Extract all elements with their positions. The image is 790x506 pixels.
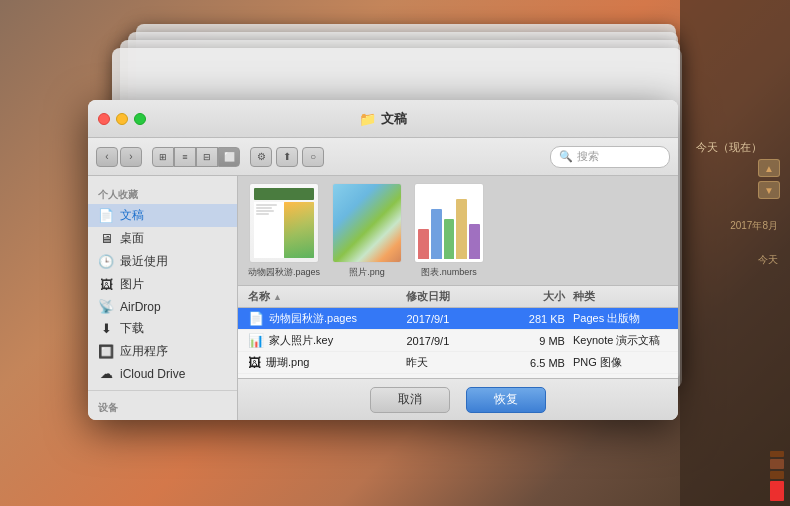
back-button[interactable]: ‹: [96, 147, 118, 167]
preview-thumb-photo: [332, 183, 402, 263]
file-icon: 📊: [248, 333, 264, 348]
file-type: Pages 出版物: [573, 311, 668, 326]
arrange-button[interactable]: ⚙: [250, 147, 272, 167]
pictures-icon: 🖼: [98, 277, 114, 292]
table-row[interactable]: 📄 动物园秋游.pages 2017/9/1 281 KB Pages 出版物: [238, 308, 678, 330]
search-box[interactable]: 🔍 搜索: [550, 146, 670, 168]
view-icon-btn[interactable]: ⊞: [152, 147, 174, 167]
file-name-cell: 📊 家人照片.key: [248, 333, 406, 348]
finder-window: 📁 文稿 ‹ › ⊞ ≡ ⊟ ⬜ ⚙ ⬆ ○ 🔍 搜索 个人收藏: [88, 100, 678, 420]
title-folder-icon: 📁: [359, 111, 376, 127]
sidebar-item-downloads-label: 下载: [120, 320, 144, 337]
preview-item-photo[interactable]: 照片.png: [332, 183, 402, 279]
preview-strip: 动物园秋游.pages 照片.png: [238, 176, 678, 286]
share-button[interactable]: ⬆: [276, 147, 298, 167]
timeline-today-label: 今天（现在）: [696, 140, 762, 155]
file-icon: 📄: [248, 311, 264, 326]
preview-thumb-pages: [249, 183, 319, 263]
sidebar-item-applications[interactable]: 🔲 应用程序: [88, 340, 237, 363]
forward-button[interactable]: ›: [120, 147, 142, 167]
desktop-icon: 🖥: [98, 231, 114, 246]
file-icon: 🖼: [248, 355, 261, 370]
timeline-bars: [770, 386, 790, 506]
sidebar-section-devices: 设备: [88, 397, 237, 417]
sidebar-item-downloads[interactable]: ⬇ 下载: [88, 317, 237, 340]
file-area: 动物园秋游.pages 照片.png: [238, 176, 678, 420]
window-title: 📁 文稿: [359, 110, 407, 128]
tag-button[interactable]: ○: [302, 147, 324, 167]
preview-label-chart: 图表.numbers: [421, 266, 477, 279]
icloud-icon: ☁: [98, 366, 114, 381]
title-bar: 📁 文稿: [88, 100, 678, 138]
search-placeholder: 搜索: [577, 149, 599, 164]
preview-label-pages: 动物园秋游.pages: [248, 266, 320, 279]
preview-item-chart[interactable]: 图表.numbers: [414, 183, 484, 279]
file-list-header: 名称 ▲ 修改日期 大小 种类: [238, 286, 678, 308]
file-type: Keynote 演示文稿: [573, 333, 668, 348]
recent-icon: 🕒: [98, 254, 114, 269]
close-button[interactable]: [98, 113, 110, 125]
sidebar-item-desktop-label: 桌面: [120, 230, 144, 247]
timeline-up-button[interactable]: ▲: [758, 159, 780, 177]
file-name-cell: 🖼 珊瑚.png: [248, 355, 406, 370]
timeline-dates: 2017年8月 今天: [730, 219, 778, 267]
file-size: 9 MB: [502, 335, 573, 347]
confirm-button[interactable]: 恢复: [466, 387, 546, 413]
timeline-nav: ▲ ▼: [758, 159, 780, 199]
timeline-date-2017-8: 2017年8月: [730, 219, 778, 233]
preview-thumb-chart: [414, 183, 484, 263]
sidebar-item-pictures-label: 图片: [120, 276, 144, 293]
sidebar-item-pictures[interactable]: 🖼 图片: [88, 273, 237, 296]
sidebar-item-airdrop-label: AirDrop: [120, 300, 161, 314]
search-icon: 🔍: [559, 150, 573, 163]
view-list-btn[interactable]: ≡: [174, 147, 196, 167]
file-name: 动物园秋游.pages: [269, 311, 357, 326]
sidebar-item-applications-label: 应用程序: [120, 343, 168, 360]
col-header-type[interactable]: 种类: [573, 289, 668, 304]
content-area: 个人收藏 📄 文稿 🖥 桌面 🕒 最近使用 🖼 图片 📡 AirDrop: [88, 176, 678, 420]
preview-label-photo: 照片.png: [349, 266, 385, 279]
view-cover-btn[interactable]: ⬜: [218, 147, 240, 167]
minimize-button[interactable]: [116, 113, 128, 125]
sidebar-item-documents[interactable]: 📄 文稿: [88, 204, 237, 227]
sidebar-item-airdrop[interactable]: 📡 AirDrop: [88, 296, 237, 317]
file-name-cell: 📄 动物园秋游.pages: [248, 311, 406, 326]
timeline-panel: 今天（现在） ▲ ▼ 2017年8月 今天: [680, 0, 790, 506]
col-header-name[interactable]: 名称 ▲: [248, 289, 406, 304]
sidebar-item-desktop[interactable]: 🖥 桌面: [88, 227, 237, 250]
downloads-icon: ⬇: [98, 321, 114, 336]
file-date: 2017/9/1: [406, 335, 501, 347]
timeline-date-today2: 今天: [758, 253, 778, 267]
sidebar-item-icloud-label: iCloud Drive: [120, 367, 185, 381]
cancel-button[interactable]: 取消: [370, 387, 450, 413]
sidebar: 个人收藏 📄 文稿 🖥 桌面 🕒 最近使用 🖼 图片 📡 AirDrop: [88, 176, 238, 420]
sidebar-item-recent[interactable]: 🕒 最近使用: [88, 250, 237, 273]
file-size: 6.5 MB: [502, 357, 573, 369]
maximize-button[interactable]: [134, 113, 146, 125]
file-date: 昨天: [406, 355, 501, 370]
col-header-size[interactable]: 大小: [502, 289, 573, 304]
file-size: 281 KB: [502, 313, 573, 325]
timeline-down-button[interactable]: ▼: [758, 181, 780, 199]
table-row[interactable]: 🖼 珊瑚.png 昨天 6.5 MB PNG 图像: [238, 352, 678, 374]
file-list: 📄 动物园秋游.pages 2017/9/1 281 KB Pages 出版物 …: [238, 308, 678, 378]
applications-icon: 🔲: [98, 344, 114, 359]
bottom-bar: 取消 恢复: [238, 378, 678, 420]
table-row[interactable]: 📊 家人照片.key 2017/9/1 9 MB Keynote 演示文稿: [238, 330, 678, 352]
documents-icon: 📄: [98, 208, 114, 223]
col-header-date[interactable]: 修改日期: [406, 289, 501, 304]
file-type: PNG 图像: [573, 355, 668, 370]
nav-buttons: ‹ ›: [96, 147, 142, 167]
file-name: 珊瑚.png: [266, 355, 309, 370]
file-name: 家人照片.key: [269, 333, 333, 348]
view-column-btn[interactable]: ⊟: [196, 147, 218, 167]
airdrop-icon: 📡: [98, 299, 114, 314]
sidebar-item-icloud[interactable]: ☁ iCloud Drive: [88, 363, 237, 384]
toolbar: ‹ › ⊞ ≡ ⊟ ⬜ ⚙ ⬆ ○ 🔍 搜索: [88, 138, 678, 176]
sidebar-item-recent-label: 最近使用: [120, 253, 168, 270]
sidebar-item-macbook[interactable]: 💻 MacBook: [88, 417, 237, 420]
title-label: 文稿: [381, 110, 407, 128]
sidebar-divider: [88, 390, 237, 391]
sort-arrow: ▲: [273, 292, 282, 302]
preview-item-pages[interactable]: 动物园秋游.pages: [248, 183, 320, 279]
